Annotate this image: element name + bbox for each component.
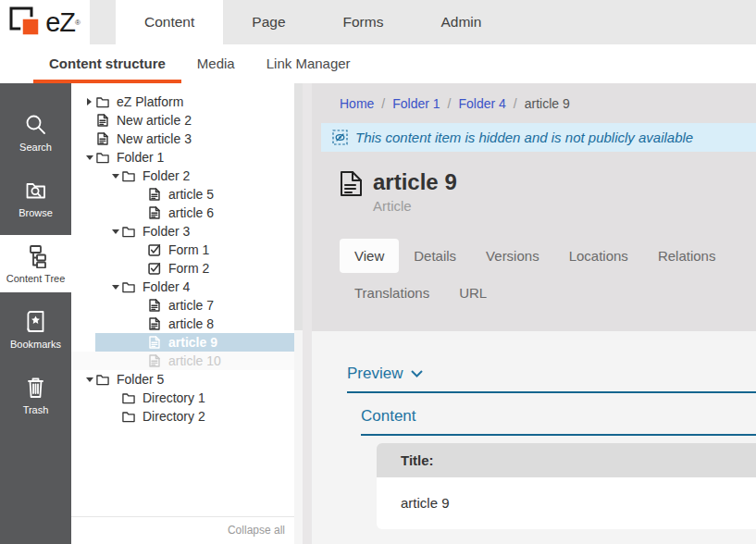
tree-expand-arrow[interactable]	[111, 411, 122, 422]
tree-item-label: eZ Platform	[117, 94, 183, 109]
tree-item[interactable]: New article 3	[71, 130, 294, 148]
tree-item[interactable]: Directory 1	[71, 389, 294, 407]
bookmarks-icon	[23, 309, 48, 334]
sidebar-item-trash[interactable]: Trash	[0, 366, 71, 424]
tree-item[interactable]: Folder 3	[71, 222, 294, 241]
tree-item-label: Folder 5	[117, 372, 164, 387]
folder-icon	[96, 95, 109, 108]
breadcrumb-folder-1[interactable]: Folder 1	[392, 96, 440, 111]
search-icon	[23, 112, 48, 137]
tree-item-label: article 7	[168, 298, 214, 313]
tree-item-label: Form 1	[168, 242, 209, 257]
content-tree-icon	[23, 243, 48, 268]
trash-icon	[23, 375, 48, 400]
sub-nav-tab[interactable]: Media	[181, 44, 251, 83]
sidebar-item-content-tree[interactable]: Content Tree	[0, 235, 71, 292]
tree-expand-arrow[interactable]	[137, 337, 148, 348]
article-icon	[148, 317, 161, 330]
top-nav-tab[interactable]: Content	[116, 0, 223, 44]
top-nav-tab[interactable]: Admin	[412, 0, 510, 44]
top-nav-tab[interactable]: Page	[223, 0, 314, 44]
tree-item[interactable]: Folder 4	[71, 278, 294, 296]
tree-item[interactable]: eZ Platform	[71, 93, 294, 111]
article-icon	[148, 336, 161, 349]
sidebar-item-search[interactable]: Search	[0, 104, 71, 161]
tree-item[interactable]: Folder 2	[71, 167, 294, 185]
sidebar-item-label: Search	[19, 142, 52, 153]
tree-item[interactable]: Folder 1	[71, 148, 294, 167]
content-tree-panel: eZ Platform New article 2 New article 3 …	[71, 83, 294, 544]
tree-item[interactable]: article 6	[71, 204, 294, 222]
sidebar-item-label: Content Tree	[6, 273, 66, 284]
field-value: article 9	[377, 477, 756, 529]
ez-logo[interactable]: eZ®	[0, 0, 90, 44]
browse-icon	[23, 178, 48, 203]
content-type-label: Article	[373, 198, 457, 214]
chevron-down-icon	[411, 370, 423, 377]
folder-icon	[122, 410, 135, 423]
tree-item-label: Folder 4	[143, 279, 190, 294]
sidebar-item-bookmarks[interactable]: Bookmarks	[0, 301, 71, 358]
tree-item-label: article 9	[168, 335, 217, 350]
tree-item[interactable]: article 5	[71, 185, 294, 204]
tree-item[interactable]: New article 2	[71, 111, 294, 130]
tree-item[interactable]: Form 1	[71, 241, 294, 259]
tree-item[interactable]: article 7	[71, 296, 294, 315]
article-icon	[148, 354, 161, 367]
tree-expand-arrow[interactable]	[85, 115, 96, 126]
tree-expand-arrow[interactable]	[137, 207, 148, 218]
content-tab[interactable]: View	[340, 239, 399, 273]
tree-expand-arrow[interactable]	[111, 226, 122, 237]
tree-item-label: Folder 1	[117, 150, 164, 165]
tree-item[interactable]: article 9	[71, 333, 294, 352]
tree-expand-arrow[interactable]	[137, 355, 148, 366]
form-check-icon	[148, 262, 161, 275]
tree-expand-arrow[interactable]	[85, 152, 96, 163]
hidden-content-alert-text: This content item is hidden and is not p…	[355, 130, 693, 145]
content-tab[interactable]: Relations	[643, 239, 731, 273]
main-area: Home/Folder 1/Folder 4/article 9 This co…	[312, 83, 756, 544]
tree-item[interactable]: Directory 2	[71, 407, 294, 426]
tree-expand-arrow[interactable]	[137, 318, 148, 329]
tree-scrollbar-thumb[interactable]	[294, 83, 303, 330]
sidebar-item-label: Browse	[19, 207, 53, 218]
content-tab[interactable]: Details	[399, 239, 471, 273]
tree-item[interactable]: article 10	[71, 352, 294, 370]
tree-item[interactable]: Form 2	[71, 259, 294, 278]
tree-item-label: article 5	[168, 187, 214, 202]
breadcrumb-home[interactable]: Home	[340, 96, 374, 111]
registered-mark: ®	[75, 19, 81, 27]
content-tab[interactable]: Translations	[340, 276, 444, 310]
sidebar-item-label: Trash	[23, 404, 49, 415]
tree-expand-arrow[interactable]	[111, 281, 122, 292]
tree-expand-arrow[interactable]	[111, 170, 122, 181]
tree-item[interactable]: Folder 5	[71, 370, 294, 389]
content-title-block: article 9 Article	[340, 170, 756, 214]
sub-nav-tab[interactable]: Link Manager	[251, 44, 366, 83]
top-nav-tab[interactable]: Forms	[315, 0, 413, 44]
tree-expand-arrow[interactable]	[85, 96, 96, 107]
content-tab[interactable]: Versions	[471, 239, 554, 273]
tree-expand-arrow[interactable]	[137, 244, 148, 255]
tree-expand-arrow[interactable]	[137, 263, 148, 274]
tree-scrollbar[interactable]	[294, 83, 303, 544]
folder-icon	[122, 225, 135, 238]
tree-expand-arrow[interactable]	[85, 374, 96, 385]
tree-item-label: New article 2	[117, 113, 192, 128]
tree-item[interactable]: article 8	[71, 315, 294, 333]
collapse-all-button[interactable]: Collapse all	[71, 516, 294, 544]
tree-expand-arrow[interactable]	[137, 300, 148, 311]
breadcrumb-folder-4[interactable]: Folder 4	[459, 96, 506, 111]
left-sidebar: Search Browse Content Tree Bookmarks	[0, 83, 71, 544]
tree-expand-arrow[interactable]	[137, 189, 148, 200]
top-nav-tabs: Content Page Forms Admin	[116, 0, 510, 44]
sidebar-item-browse[interactable]: Browse	[0, 169, 71, 227]
content-tab[interactable]: URL	[444, 276, 502, 310]
content-tabs: View Details Versions Locations Relation…	[340, 239, 749, 310]
preview-section-toggle[interactable]: Preview	[347, 331, 756, 393]
breadcrumb-separator: /	[448, 96, 452, 111]
content-tab[interactable]: Locations	[554, 239, 643, 273]
tree-expand-arrow[interactable]	[111, 392, 122, 403]
tree-expand-arrow[interactable]	[85, 133, 96, 144]
sub-nav-tab[interactable]: Content structure	[33, 44, 181, 83]
